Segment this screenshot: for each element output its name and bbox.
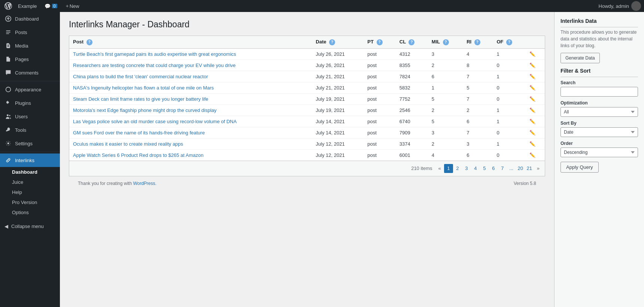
page-number-4[interactable]: 4 bbox=[471, 164, 480, 173]
table-row: Researchers are testing concrete that co… bbox=[69, 60, 545, 71]
admin-avatar-icon[interactable] bbox=[631, 1, 641, 11]
edit-icon[interactable]: ✏️ bbox=[529, 51, 535, 57]
tools-icon bbox=[4, 126, 12, 134]
search-input[interactable] bbox=[561, 87, 638, 97]
ri-help-icon[interactable]: ? bbox=[474, 39, 480, 45]
next-page-button[interactable]: » bbox=[535, 165, 541, 171]
comments-bar-item[interactable]: 💬 0 bbox=[42, 0, 60, 12]
pt-help-icon[interactable]: ? bbox=[377, 39, 383, 45]
post-link[interactable]: Motorola's next Edge flagship phone migh… bbox=[73, 107, 216, 113]
cell-post: China plans to build the first 'clean' c… bbox=[69, 71, 312, 82]
of-help-icon[interactable]: ? bbox=[506, 39, 512, 45]
edit-icon[interactable]: ✏️ bbox=[529, 85, 535, 91]
prev-page-button[interactable]: « bbox=[437, 165, 443, 171]
post-link[interactable]: Las Vegas police solve an old murder cas… bbox=[73, 119, 237, 124]
site-name-bar-item[interactable]: Example bbox=[15, 0, 40, 12]
post-link[interactable]: Turtle Beach's first gamepad pairs its a… bbox=[73, 51, 236, 57]
sidebar-item-media[interactable]: Media bbox=[0, 39, 60, 52]
sidebar-item-appearance[interactable]: Appearance bbox=[0, 83, 60, 96]
optimization-select[interactable]: All Good Average Poor bbox=[561, 107, 638, 117]
cell-pt: post bbox=[364, 93, 395, 104]
sidebar-item-tools[interactable]: Tools bbox=[0, 123, 60, 137]
apply-query-button[interactable]: Apply Query bbox=[561, 162, 599, 173]
page-number-6[interactable]: 6 bbox=[489, 164, 498, 173]
sidebar-item-dashboard[interactable]: Dashboard bbox=[0, 12, 60, 25]
edit-icon[interactable]: ✏️ bbox=[529, 63, 535, 68]
sidebar-item-comments[interactable]: Comments bbox=[0, 66, 60, 79]
col-pt: PT ? bbox=[364, 36, 395, 48]
col-mil-label: MIL bbox=[432, 39, 440, 45]
page-number-2[interactable]: 2 bbox=[453, 164, 462, 173]
page-number-1[interactable]: 1 bbox=[444, 164, 453, 173]
post-link[interactable]: Steam Deck can limit frame rates to give… bbox=[73, 96, 208, 102]
post-link[interactable]: Oculus makes it easier to create mixed r… bbox=[73, 141, 183, 147]
edit-icon[interactable]: ✏️ bbox=[529, 141, 535, 147]
sidebar-item-settings[interactable]: Settings bbox=[0, 137, 60, 150]
collapse-arrow-icon: ◀ bbox=[4, 224, 8, 229]
edit-icon[interactable]: ✏️ bbox=[529, 107, 535, 113]
page-number-3[interactable]: 3 bbox=[462, 164, 471, 173]
plugins-icon bbox=[4, 99, 12, 107]
cl-help-icon[interactable]: ? bbox=[408, 39, 414, 45]
cell-cl: 7752 bbox=[396, 93, 428, 104]
sub-dashboard[interactable]: Dashboard bbox=[0, 167, 60, 177]
cell-ri: 7 bbox=[463, 127, 493, 138]
cell-date: July 19, 2021 bbox=[312, 104, 364, 116]
post-help-icon[interactable]: ? bbox=[86, 39, 92, 45]
page-number-7[interactable]: 7 bbox=[498, 164, 507, 173]
edit-icon[interactable]: ✏️ bbox=[529, 96, 535, 102]
post-link[interactable]: Apple Watch Series 6 Product Red drops t… bbox=[73, 152, 204, 158]
footer-version: Version 5.8 bbox=[514, 181, 536, 186]
post-link[interactable]: China plans to build the first 'clean' c… bbox=[73, 74, 208, 79]
table-row: Apple Watch Series 6 Product Red drops t… bbox=[69, 149, 545, 161]
edit-icon[interactable]: ✏️ bbox=[529, 74, 535, 79]
generate-data-button[interactable]: Generate Data bbox=[561, 53, 600, 63]
sidebar-item-users[interactable]: Users bbox=[0, 110, 60, 123]
cell-mil: 1 bbox=[428, 82, 463, 93]
sidebar-item-label: Settings bbox=[15, 141, 33, 146]
appearance-icon bbox=[4, 86, 12, 93]
page-number-20[interactable]: 20 bbox=[516, 164, 525, 173]
date-help-icon[interactable]: ? bbox=[329, 39, 335, 45]
sidebar-item-pages[interactable]: Pages bbox=[0, 52, 60, 66]
cell-edit: ✏️ bbox=[526, 104, 545, 116]
sub-help[interactable]: Help bbox=[0, 187, 60, 197]
edit-icon[interactable]: ✏️ bbox=[529, 130, 535, 136]
mil-help-icon[interactable]: ? bbox=[443, 39, 449, 45]
sub-pro-version[interactable]: Pro Version bbox=[0, 197, 60, 207]
sub-juice[interactable]: Juice bbox=[0, 177, 60, 187]
edit-icon[interactable]: ✏️ bbox=[529, 152, 535, 158]
order-label: Order bbox=[561, 141, 638, 146]
page-number-21[interactable]: 21 bbox=[525, 164, 534, 173]
col-post: Post ? bbox=[69, 36, 312, 48]
wordpress-link[interactable]: WordPress. bbox=[133, 181, 156, 186]
new-bar-item[interactable]: ＋ New bbox=[62, 0, 82, 12]
cell-of: 0 bbox=[493, 149, 525, 161]
page-number-5[interactable]: 5 bbox=[480, 164, 489, 173]
collapse-menu-button[interactable]: ◀ Collapse menu bbox=[0, 221, 60, 232]
interlinks-data-section: Interlinks Data This procedure allows yo… bbox=[561, 18, 638, 63]
sub-options[interactable]: Options bbox=[0, 207, 60, 218]
plus-icon: ＋ bbox=[65, 3, 70, 9]
sidebar-item-plugins[interactable]: Plugins bbox=[0, 96, 60, 110]
pages-icon bbox=[4, 55, 12, 63]
interlinks-data-title: Interlinks Data bbox=[561, 18, 638, 24]
sort-by-select[interactable]: Date Title CL MIL RI OF bbox=[561, 127, 638, 137]
cell-cl: 6001 bbox=[396, 149, 428, 161]
post-link[interactable]: NASA's Ingenuity helicopter has flown a … bbox=[73, 85, 214, 91]
cell-pt: post bbox=[364, 48, 395, 60]
wp-logo-icon[interactable] bbox=[3, 1, 13, 11]
post-link[interactable]: Researchers are testing concrete that co… bbox=[73, 63, 236, 68]
cell-pt: post bbox=[364, 138, 395, 149]
users-icon bbox=[4, 113, 12, 120]
edit-icon[interactable]: ✏️ bbox=[529, 119, 535, 124]
page-number-...[interactable]: ... bbox=[507, 164, 516, 173]
sidebar-item-posts[interactable]: Posts bbox=[0, 25, 60, 39]
cell-of: 1 bbox=[493, 138, 525, 149]
cell-post: Oculus makes it easier to create mixed r… bbox=[69, 138, 312, 149]
sidebar-item-interlinks[interactable]: Interlinks bbox=[0, 154, 60, 167]
post-link[interactable]: GM sues Ford over the name of its hands-… bbox=[73, 130, 205, 136]
footer: Thank you for creating with WordPress. V… bbox=[69, 176, 545, 191]
order-select[interactable]: Descending Ascending bbox=[561, 148, 638, 157]
cell-pt: post bbox=[364, 82, 395, 93]
